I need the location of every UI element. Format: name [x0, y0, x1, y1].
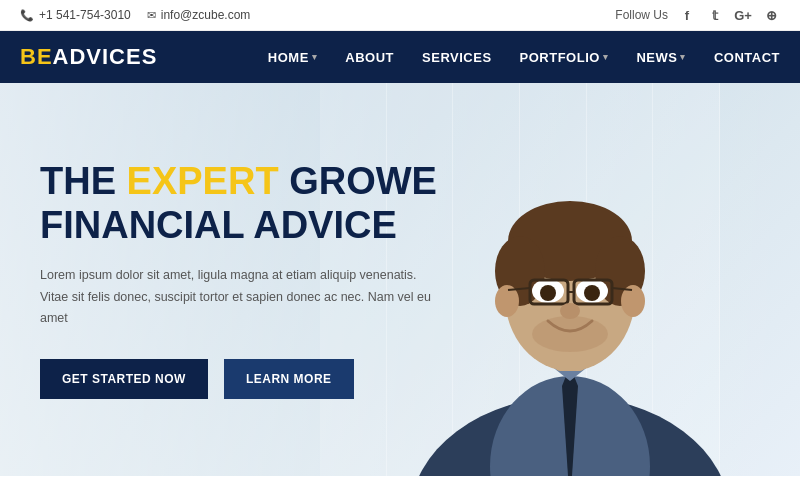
hero-title-line2: FINANCIAL ADVICE	[40, 204, 397, 246]
svg-point-21	[560, 303, 580, 319]
email-address: info@zcube.com	[161, 8, 251, 22]
chevron-down-icon-portfolio: ▾	[603, 52, 609, 62]
hero-content: THE EXPERT GROWE FINANCIAL ADVICE Lorem …	[0, 120, 480, 439]
nav-bar: BEADVICES HOME ▾ ABOUT SERVICES PORTFOLI…	[0, 31, 800, 83]
nav-item-about[interactable]: ABOUT	[345, 50, 394, 65]
chevron-down-icon: ▾	[312, 52, 318, 62]
nav-item-news[interactable]: NEWS ▾	[636, 50, 686, 65]
email-icon	[147, 8, 156, 22]
svg-point-19	[584, 285, 600, 301]
hero-buttons: GET STARTED NOW LEARN MORE	[40, 359, 440, 399]
hero-title: THE EXPERT GROWE FINANCIAL ADVICE	[40, 160, 440, 247]
logo[interactable]: BEADVICES	[20, 44, 157, 70]
nav-item-services[interactable]: SERVICES	[422, 50, 492, 65]
nav-links: HOME ▾ ABOUT SERVICES PORTFOLIO ▾ NEWS ▾…	[268, 50, 780, 65]
nav-item-contact[interactable]: CONTACT	[714, 50, 780, 65]
top-bar: +1 541-754-3010 info@zcube.com Follow Us…	[0, 0, 800, 31]
logo-be: BE	[20, 44, 53, 69]
chevron-down-icon-news: ▾	[680, 52, 686, 62]
svg-point-18	[540, 285, 556, 301]
get-started-button[interactable]: GET STARTED NOW	[40, 359, 208, 399]
social-section: Follow Us f 𝕥 G+ ⊕	[615, 6, 780, 24]
email-contact[interactable]: info@zcube.com	[147, 8, 251, 22]
hero-section: THE EXPERT GROWE FINANCIAL ADVICE Lorem …	[0, 83, 800, 476]
globe-icon[interactable]: ⊕	[762, 6, 780, 24]
phone-contact[interactable]: +1 541-754-3010	[20, 8, 131, 22]
facebook-icon[interactable]: f	[678, 6, 696, 24]
phone-number: +1 541-754-3010	[39, 8, 131, 22]
phone-icon	[20, 8, 34, 22]
hero-title-pre: THE	[40, 160, 127, 202]
hero-subtitle: Lorem ipsum dolor sit amet, ligula magna…	[40, 265, 440, 329]
top-bar-contacts: +1 541-754-3010 info@zcube.com	[20, 8, 250, 22]
googleplus-icon[interactable]: G+	[734, 6, 752, 24]
twitter-icon[interactable]: 𝕥	[706, 6, 724, 24]
hero-title-post: GROWE	[279, 160, 437, 202]
learn-more-button[interactable]: LEARN MORE	[224, 359, 354, 399]
hero-title-highlight: EXPERT	[127, 160, 279, 202]
follow-label: Follow Us	[615, 8, 668, 22]
nav-item-portfolio[interactable]: PORTFOLIO ▾	[520, 50, 609, 65]
logo-advices: ADVICES	[53, 44, 158, 69]
social-icons-group: f 𝕥 G+ ⊕	[678, 6, 780, 24]
nav-item-home[interactable]: HOME ▾	[268, 50, 318, 65]
svg-point-20	[532, 316, 608, 352]
